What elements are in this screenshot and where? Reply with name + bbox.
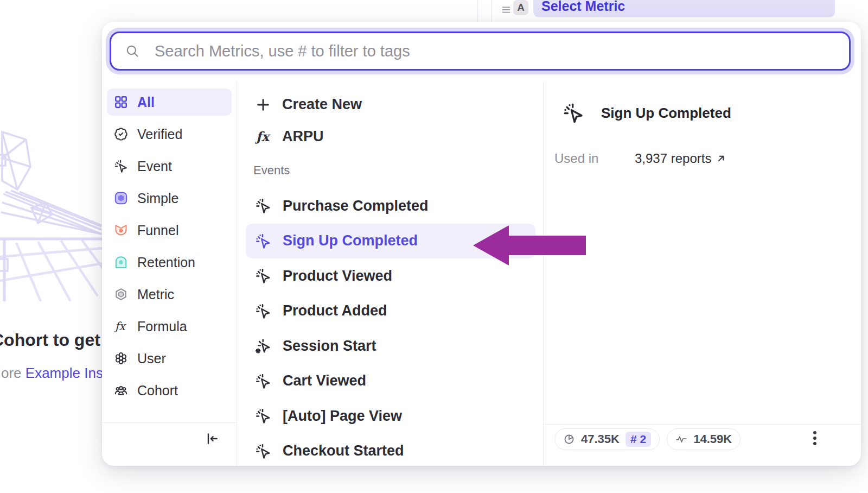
background-card-edge	[491, 0, 492, 23]
event-list-item[interactable]: Cart Viewed	[246, 364, 535, 399]
sidebar-item-cohort[interactable]: Cohort	[107, 377, 232, 404]
verified-badge-icon	[114, 127, 128, 141]
sidebar-item-label: Formula	[137, 319, 187, 334]
event-list-item-label: Cart Viewed	[283, 372, 366, 389]
used-in-label: Used in	[554, 151, 635, 166]
sidebar-item-label: Cohort	[137, 383, 178, 399]
select-metric-label: Select Metric	[541, 0, 625, 14]
metric-hexagon-icon	[114, 287, 128, 301]
grid-icon	[114, 95, 128, 109]
events-section-label: Events	[237, 153, 543, 188]
event-list-item[interactable]: Sign Up Completed	[246, 224, 535, 259]
funnel-icon	[114, 223, 128, 237]
user-cluster-icon	[114, 351, 128, 365]
pie-chart-icon	[563, 433, 575, 445]
metric-detail-column: Sign Up Completed Used in 3,937 reports …	[544, 81, 861, 466]
metric-picker-screen: { "background": { "metric_row": { "badge…	[0, 0, 868, 493]
collapse-sidebar-icon[interactable]	[205, 432, 219, 446]
sidebar-item-formula[interactable]: ƒxFormula	[107, 313, 232, 340]
session-start-icon	[255, 338, 271, 354]
svg-text:ƒx: ƒx	[255, 129, 271, 144]
select-metric-button[interactable]: Select Metric	[533, 0, 835, 17]
event-cursor-icon	[255, 373, 271, 389]
event-cursor-icon	[563, 102, 584, 124]
event-list-item-label: Product Viewed	[283, 268, 392, 285]
event-cursor-icon	[255, 233, 271, 249]
sidebar-item-label: Retention	[137, 255, 195, 270]
list-action-label: Create New	[282, 96, 362, 113]
cohort-people-icon	[114, 383, 128, 397]
event-list-item[interactable]: Product Viewed	[246, 258, 535, 294]
background-subline-fragment: ore Example Ins	[1, 365, 103, 382]
formula-fx-icon: ƒx	[255, 129, 271, 145]
detail-divider	[544, 424, 861, 425]
event-list-item-label: Purchase Completed	[283, 198, 429, 214]
sidebar-item-all[interactable]: All	[107, 89, 232, 116]
stat-value: 47.35K	[581, 432, 620, 446]
sidebar-item-event[interactable]: Event	[107, 153, 232, 180]
search-icon	[125, 44, 139, 58]
list-action-arpu[interactable]: ƒxARPU	[237, 121, 543, 153]
event-list-item-label: Session Start	[283, 338, 376, 355]
event-list-item[interactable]: Product Added	[246, 294, 535, 329]
sidebar-item-label: All	[137, 94, 155, 110]
stat-pill[interactable]: 14.59K	[667, 428, 741, 450]
metric-list-column: Create NewƒxARPU Events Purchase Complet…	[237, 81, 544, 466]
sidebar-item-label: Metric	[137, 287, 174, 302]
sidebar-item-verified[interactable]: Verified	[107, 121, 232, 148]
event-list-item[interactable]: Purchase Completed	[246, 188, 535, 224]
detail-title: Sign Up Completed	[601, 105, 731, 122]
decorative-wireframe-art	[0, 122, 103, 301]
event-list-item[interactable]: Session Start	[246, 328, 535, 364]
stat-pill[interactable]: 47.35K# 2	[554, 428, 660, 450]
svg-text:ƒx: ƒx	[114, 320, 126, 333]
event-list-item[interactable]: Checkout Started	[246, 434, 535, 466]
sidebar-item-label: Event	[137, 159, 172, 174]
event-cursor-icon	[255, 303, 271, 319]
event-cursor-icon	[255, 408, 271, 424]
used-in-reports-link[interactable]: 3,937 reports	[635, 151, 726, 166]
sidebar-item-label: User	[137, 351, 166, 366]
list-action-label: ARPU	[282, 128, 324, 145]
sidebar-item-funnel[interactable]: Funnel	[107, 217, 232, 244]
event-cursor-icon	[255, 198, 271, 214]
plus-icon	[255, 97, 271, 113]
background-card-edge	[477, 0, 478, 23]
stat-rank-badge: # 2	[626, 432, 651, 447]
example-insights-link[interactable]: Example Ins	[25, 365, 103, 381]
drag-handle-icon[interactable]	[500, 4, 512, 16]
event-cursor-icon	[255, 443, 271, 459]
search-box	[110, 31, 851, 71]
event-list-item-label: Checkout Started	[283, 443, 404, 459]
stat-value: 14.59K	[693, 432, 732, 446]
simple-icon	[114, 191, 128, 205]
subline-prefix: ore	[1, 365, 25, 381]
pulse-icon	[675, 433, 687, 445]
event-list-item[interactable]: [Auto] Page View	[246, 399, 535, 434]
sidebar-divider	[102, 422, 237, 423]
formula-fx-icon: ƒx	[114, 319, 128, 333]
sidebar-item-simple[interactable]: Simple	[107, 185, 232, 212]
arrow-ne-icon	[716, 153, 726, 164]
sidebar-item-label: Simple	[137, 191, 178, 206]
sidebar-item-label: Funnel	[137, 223, 178, 238]
category-sidebar: AllVerifiedEventSimpleFunnelRetentionMet…	[102, 81, 237, 466]
retention-icon	[114, 255, 128, 269]
sidebar-item-metric[interactable]: Metric	[107, 281, 232, 308]
metric-picker-panel: AllVerifiedEventSimpleFunnelRetentionMet…	[102, 22, 861, 466]
event-cursor-icon	[114, 159, 128, 173]
list-action-create-new[interactable]: Create New	[237, 89, 543, 121]
sidebar-item-user[interactable]: User	[107, 345, 232, 372]
sidebar-item-retention[interactable]: Retention	[107, 249, 232, 276]
event-cursor-icon	[255, 268, 271, 284]
event-list-item-label: Sign Up Completed	[283, 232, 418, 249]
sidebar-item-label: Verified	[137, 127, 182, 142]
used-in-reports-count: 3,937 reports	[635, 151, 711, 166]
event-list-item-label: Product Added	[283, 302, 387, 319]
metric-letter-badge: A	[513, 0, 528, 15]
event-list-item-label: [Auto] Page View	[283, 408, 402, 425]
more-options-kebab-icon[interactable]	[806, 429, 824, 447]
search-input[interactable]	[154, 42, 835, 61]
background-headline-fragment: Cohort to get s	[0, 330, 115, 350]
